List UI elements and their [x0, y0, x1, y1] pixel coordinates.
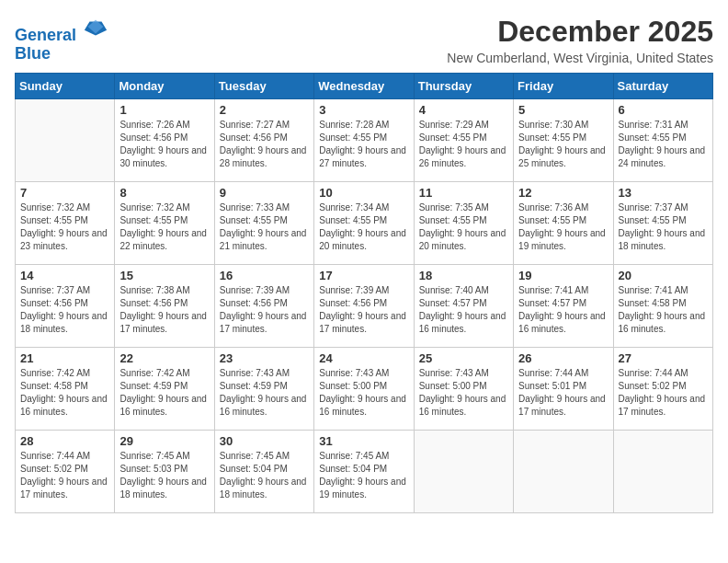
- day-info: Sunrise: 7:38 AMSunset: 4:56 PMDaylight:…: [119, 284, 209, 336]
- day-info: Sunrise: 7:28 AMSunset: 4:55 PMDaylight:…: [319, 119, 408, 170]
- calendar-cell: 16Sunrise: 7:39 AMSunset: 4:56 PMDayligh…: [214, 265, 313, 348]
- day-info: Sunrise: 7:43 AMSunset: 5:00 PMDaylight:…: [419, 367, 508, 419]
- calendar-cell: 2Sunrise: 7:27 AMSunset: 4:56 PMDaylight…: [214, 99, 313, 182]
- calendar-cell: 19Sunrise: 7:41 AMSunset: 4:57 PMDayligh…: [514, 265, 613, 348]
- day-number: 10: [319, 186, 408, 200]
- day-number: 24: [319, 351, 408, 365]
- calendar-cell: 22Sunrise: 7:42 AMSunset: 4:59 PMDayligh…: [115, 348, 214, 431]
- day-number: 17: [319, 269, 408, 282]
- day-number: 1: [119, 103, 209, 117]
- calendar-cell: 12Sunrise: 7:36 AMSunset: 4:55 PMDayligh…: [514, 182, 613, 265]
- calendar-cell: 20Sunrise: 7:41 AMSunset: 4:58 PMDayligh…: [613, 265, 712, 348]
- day-info: Sunrise: 7:42 AMSunset: 4:58 PMDaylight:…: [20, 367, 109, 419]
- day-info: Sunrise: 7:37 AMSunset: 4:55 PMDaylight:…: [619, 201, 708, 253]
- calendar-cell: 29Sunrise: 7:45 AMSunset: 5:03 PMDayligh…: [115, 431, 214, 513]
- day-info: Sunrise: 7:30 AMSunset: 4:55 PMDaylight:…: [518, 119, 608, 170]
- day-info: Sunrise: 7:45 AMSunset: 5:04 PMDaylight:…: [319, 450, 408, 501]
- day-number: 2: [220, 103, 309, 117]
- calendar-cell: 17Sunrise: 7:39 AMSunset: 4:56 PMDayligh…: [314, 265, 414, 348]
- day-number: 28: [20, 434, 109, 448]
- calendar-cell: 27Sunrise: 7:44 AMSunset: 5:02 PMDayligh…: [613, 348, 712, 431]
- calendar-cell: [613, 431, 712, 513]
- day-info: Sunrise: 7:26 AMSunset: 4:56 PMDaylight:…: [119, 119, 209, 170]
- calendar-cell: 1Sunrise: 7:26 AMSunset: 4:56 PMDaylight…: [115, 99, 214, 182]
- calendar-cell: 25Sunrise: 7:43 AMSunset: 5:00 PMDayligh…: [414, 348, 513, 431]
- day-info: Sunrise: 7:40 AMSunset: 4:57 PMDaylight:…: [419, 284, 508, 336]
- calendar-cell: 7Sunrise: 7:32 AMSunset: 4:55 PMDaylight…: [16, 182, 115, 265]
- calendar-cell: 24Sunrise: 7:43 AMSunset: 5:00 PMDayligh…: [314, 348, 414, 431]
- day-number: 18: [419, 269, 508, 282]
- page-header: General Blue December 2025 New Cumberlan…: [15, 15, 713, 65]
- logo-icon: [83, 15, 108, 40]
- day-info: Sunrise: 7:29 AMSunset: 4:55 PMDaylight:…: [419, 119, 508, 170]
- day-number: 5: [518, 103, 608, 117]
- calendar-cell: 8Sunrise: 7:32 AMSunset: 4:55 PMDaylight…: [115, 182, 214, 265]
- calendar-cell: 3Sunrise: 7:28 AMSunset: 4:55 PMDaylight…: [314, 99, 414, 182]
- day-info: Sunrise: 7:27 AMSunset: 4:56 PMDaylight:…: [220, 119, 309, 170]
- location: New Cumberland, West Virginia, United St…: [447, 51, 713, 65]
- day-number: 16: [220, 269, 309, 282]
- weekday-header-row: SundayMondayTuesdayWednesdayThursdayFrid…: [16, 74, 713, 99]
- day-info: Sunrise: 7:33 AMSunset: 4:55 PMDaylight:…: [220, 201, 309, 253]
- calendar-cell: 28Sunrise: 7:44 AMSunset: 5:02 PMDayligh…: [16, 431, 115, 513]
- day-number: 13: [619, 186, 708, 200]
- day-number: 15: [119, 269, 209, 282]
- calendar-cell: 23Sunrise: 7:43 AMSunset: 4:59 PMDayligh…: [214, 348, 313, 431]
- calendar-cell: 18Sunrise: 7:40 AMSunset: 4:57 PMDayligh…: [414, 265, 513, 348]
- calendar-cell: 21Sunrise: 7:42 AMSunset: 4:58 PMDayligh…: [16, 348, 115, 431]
- weekday-header-wednesday: Wednesday: [314, 74, 414, 99]
- weekday-header-friday: Friday: [514, 74, 613, 99]
- calendar-cell: 6Sunrise: 7:31 AMSunset: 4:55 PMDaylight…: [613, 99, 712, 182]
- week-row-1: 1Sunrise: 7:26 AMSunset: 4:56 PMDaylight…: [16, 99, 713, 182]
- week-row-3: 14Sunrise: 7:37 AMSunset: 4:56 PMDayligh…: [16, 265, 713, 348]
- calendar-cell: [16, 99, 115, 182]
- day-info: Sunrise: 7:45 AMSunset: 5:04 PMDaylight:…: [220, 450, 309, 501]
- day-info: Sunrise: 7:39 AMSunset: 4:56 PMDaylight:…: [220, 284, 309, 336]
- day-number: 7: [20, 186, 109, 200]
- weekday-header-sunday: Sunday: [16, 74, 115, 99]
- calendar-cell: 13Sunrise: 7:37 AMSunset: 4:55 PMDayligh…: [613, 182, 712, 265]
- week-row-5: 28Sunrise: 7:44 AMSunset: 5:02 PMDayligh…: [16, 431, 713, 513]
- day-info: Sunrise: 7:43 AMSunset: 5:00 PMDaylight:…: [319, 367, 408, 419]
- day-number: 14: [20, 269, 109, 282]
- calendar-cell: 14Sunrise: 7:37 AMSunset: 4:56 PMDayligh…: [16, 265, 115, 348]
- day-number: 31: [319, 434, 408, 448]
- day-info: Sunrise: 7:36 AMSunset: 4:55 PMDaylight:…: [518, 201, 608, 253]
- day-info: Sunrise: 7:45 AMSunset: 5:03 PMDaylight:…: [119, 450, 209, 501]
- calendar-cell: 15Sunrise: 7:38 AMSunset: 4:56 PMDayligh…: [115, 265, 214, 348]
- calendar-cell: 4Sunrise: 7:29 AMSunset: 4:55 PMDaylight…: [414, 99, 513, 182]
- week-row-2: 7Sunrise: 7:32 AMSunset: 4:55 PMDaylight…: [16, 182, 713, 265]
- day-number: 21: [20, 351, 109, 365]
- day-number: 3: [319, 103, 408, 117]
- week-row-4: 21Sunrise: 7:42 AMSunset: 4:58 PMDayligh…: [16, 348, 713, 431]
- day-number: 4: [419, 103, 508, 117]
- day-info: Sunrise: 7:31 AMSunset: 4:55 PMDaylight:…: [619, 119, 708, 170]
- day-number: 27: [619, 351, 708, 365]
- day-number: 26: [518, 351, 608, 365]
- calendar-cell: 10Sunrise: 7:34 AMSunset: 4:55 PMDayligh…: [314, 182, 414, 265]
- logo: General Blue: [15, 15, 108, 63]
- day-info: Sunrise: 7:41 AMSunset: 4:57 PMDaylight:…: [518, 284, 608, 336]
- title-block: December 2025 New Cumberland, West Virgi…: [447, 15, 713, 65]
- day-info: Sunrise: 7:39 AMSunset: 4:56 PMDaylight:…: [319, 284, 408, 336]
- calendar-cell: [514, 431, 613, 513]
- day-info: Sunrise: 7:32 AMSunset: 4:55 PMDaylight:…: [119, 201, 209, 253]
- logo-blue: Blue: [15, 44, 51, 63]
- day-info: Sunrise: 7:44 AMSunset: 5:02 PMDaylight:…: [619, 367, 708, 419]
- calendar-cell: 26Sunrise: 7:44 AMSunset: 5:01 PMDayligh…: [514, 348, 613, 431]
- day-number: 20: [619, 269, 708, 282]
- month-title: December 2025: [447, 15, 713, 49]
- day-info: Sunrise: 7:41 AMSunset: 4:58 PMDaylight:…: [619, 284, 708, 336]
- day-number: 23: [220, 351, 309, 365]
- weekday-header-tuesday: Tuesday: [214, 74, 313, 99]
- calendar-cell: 31Sunrise: 7:45 AMSunset: 5:04 PMDayligh…: [314, 431, 414, 513]
- calendar-table: SundayMondayTuesdayWednesdayThursdayFrid…: [15, 73, 713, 513]
- day-info: Sunrise: 7:44 AMSunset: 5:02 PMDaylight:…: [20, 450, 109, 501]
- weekday-header-thursday: Thursday: [414, 74, 513, 99]
- calendar-cell: 9Sunrise: 7:33 AMSunset: 4:55 PMDaylight…: [214, 182, 313, 265]
- day-number: 6: [619, 103, 708, 117]
- logo-general: General: [15, 26, 76, 44]
- calendar-cell: [414, 431, 513, 513]
- calendar-cell: 30Sunrise: 7:45 AMSunset: 5:04 PMDayligh…: [214, 431, 313, 513]
- day-info: Sunrise: 7:42 AMSunset: 4:59 PMDaylight:…: [119, 367, 209, 419]
